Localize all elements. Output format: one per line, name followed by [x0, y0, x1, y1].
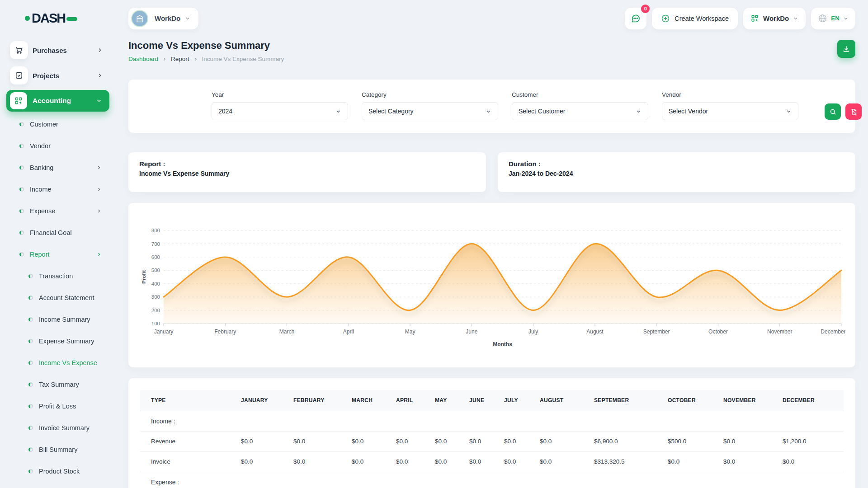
- sidebar-item-income-vs-expense[interactable]: Income Vs Expense: [0, 352, 114, 374]
- chevron-down-icon: [843, 16, 849, 21]
- sidebar-item-purchases[interactable]: Purchases: [0, 38, 114, 63]
- workdo-menu-button[interactable]: WorkDo: [743, 8, 806, 29]
- sidebar-item-expense-summary[interactable]: Expense Summary: [0, 330, 114, 352]
- create-workspace-label: Create Workspace: [675, 15, 729, 22]
- sidebar-item-customer[interactable]: Customer: [0, 113, 114, 135]
- grid-plus-icon: [10, 92, 27, 109]
- main-content: WorkDo 0 Create Workspace WorkDo EN: [114, 0, 868, 488]
- workspace-switcher[interactable]: WorkDo: [128, 8, 198, 29]
- sidebar-item-accounting[interactable]: Accounting: [6, 90, 109, 112]
- customer-select[interactable]: Select Customer: [512, 102, 648, 120]
- sidebar-item-banking[interactable]: Banking: [0, 157, 114, 178]
- chevron-down-icon: [486, 108, 491, 114]
- sidebar-item-tax-summary[interactable]: Tax Summary: [0, 374, 114, 395]
- svg-text:January: January: [154, 328, 174, 335]
- column-header-october: OCTOBER: [657, 390, 712, 411]
- bullet-icon: [19, 165, 24, 170]
- chevron-right-icon: [97, 47, 103, 53]
- income-expense-table-card: TYPEJANUARYFEBRUARYMARCHAPRILMAYJUNEJULY…: [128, 378, 855, 488]
- bullet-icon: [28, 469, 33, 474]
- vendor-select[interactable]: Select Vendor: [662, 102, 798, 120]
- sidebar-item-profit-loss[interactable]: Profit & Loss: [0, 395, 114, 417]
- cell-value: $0.0: [493, 451, 529, 472]
- cell-value: $0.0: [283, 451, 341, 472]
- check-square-icon: [10, 66, 28, 84]
- app-logo[interactable]: DASH: [25, 11, 114, 26]
- logo-dot-icon: [25, 16, 30, 21]
- page-title: Income Vs Expense Summary: [128, 40, 284, 52]
- year-filter: Year2024: [212, 91, 348, 120]
- sidebar-item-account-statement[interactable]: Account Statement: [0, 287, 114, 309]
- category-label: Category: [362, 91, 498, 98]
- svg-text:800: 800: [151, 228, 160, 233]
- category-select[interactable]: Select Category: [362, 102, 498, 120]
- sidebar-item-cash-flow[interactable]: Cash Flow: [0, 482, 114, 488]
- cell-value: $0.0: [712, 431, 772, 451]
- cell-value: $0.0: [529, 451, 583, 472]
- workspace-name: WorkDo: [155, 14, 180, 22]
- svg-text:Months: Months: [493, 341, 512, 347]
- filter-fields: Year2024CategorySelect CategoryCustomerS…: [212, 91, 812, 120]
- bullet-icon: [28, 426, 33, 430]
- cell-value: $0.0: [458, 431, 493, 451]
- profit-area-chart: 100200300400500600700800JanuaryFebruaryM…: [140, 212, 845, 363]
- chevron-right-icon: [162, 57, 167, 61]
- messages-button[interactable]: 0: [625, 8, 646, 29]
- sidebar-item-invoice-summary[interactable]: Invoice Summary: [0, 417, 114, 439]
- year-label: Year: [212, 91, 348, 98]
- cell-value: $0.0: [772, 451, 844, 472]
- report-card-title: Report :: [139, 160, 475, 168]
- svg-text:June: June: [466, 328, 477, 335]
- svg-text:August: August: [586, 328, 604, 335]
- download-button[interactable]: [837, 40, 855, 58]
- language-selector[interactable]: EN: [811, 8, 855, 29]
- column-header-january: JANUARY: [230, 390, 283, 411]
- column-header-april: APRIL: [385, 390, 424, 411]
- svg-text:December: December: [821, 328, 845, 335]
- year-select[interactable]: 2024: [212, 102, 348, 120]
- column-header-type: TYPE: [140, 390, 230, 411]
- reset-filter-button[interactable]: [845, 103, 862, 120]
- cell-value: $0.0: [385, 451, 424, 472]
- report-card-value: Income Vs Expense Summary: [139, 170, 475, 177]
- filter-card: Year2024CategorySelect CategoryCustomerS…: [128, 80, 855, 133]
- svg-text:October: October: [708, 328, 728, 335]
- breadcrumb-dashboard-link[interactable]: Dashboard: [128, 56, 158, 62]
- search-icon: [829, 108, 837, 116]
- column-header-december: DECEMBER: [772, 390, 844, 411]
- sidebar-item-report[interactable]: Report: [0, 244, 114, 265]
- sidebar: DASH PurchasesProjectsAccountingCustomer…: [0, 0, 114, 488]
- building-icon: [135, 14, 144, 23]
- create-workspace-button[interactable]: Create Workspace: [652, 8, 738, 29]
- column-header-november: NOVEMBER: [712, 390, 772, 411]
- sidebar-item-bill-summary[interactable]: Bill Summary: [0, 439, 114, 460]
- cell-value: $313,320.5: [583, 451, 657, 472]
- sidebar-item-transaction[interactable]: Transaction: [0, 265, 114, 287]
- sidebar-item-product-stock[interactable]: Product Stock: [0, 460, 114, 482]
- cell-value: $500.0: [657, 431, 712, 451]
- grid-plus-icon: [750, 14, 759, 23]
- logo-text: DASH: [32, 11, 65, 26]
- table-header-row: TYPEJANUARYFEBRUARYMARCHAPRILMAYJUNEJULY…: [140, 390, 844, 411]
- bullet-icon: [28, 361, 33, 365]
- sidebar-item-financial-goal[interactable]: Financial Goal: [0, 222, 114, 244]
- chat-icon: [631, 14, 641, 23]
- cell-value: $0.0: [424, 451, 458, 472]
- duration-card-value: Jan-2024 to Dec-2024: [509, 170, 844, 177]
- svg-text:November: November: [767, 328, 792, 335]
- svg-text:400: 400: [151, 281, 160, 286]
- apply-filter-button[interactable]: [825, 103, 841, 120]
- sidebar-item-income[interactable]: Income: [0, 178, 114, 200]
- chevron-right-icon: [96, 208, 102, 214]
- breadcrumb-report-link[interactable]: Report: [171, 56, 189, 62]
- duration-summary-card: Duration : Jan-2024 to Dec-2024: [498, 152, 855, 192]
- sidebar-item-projects[interactable]: Projects: [0, 63, 114, 88]
- cell-value: $0.0: [712, 451, 772, 472]
- chevron-right-icon: [96, 252, 102, 257]
- sidebar-item-income-summary[interactable]: Income Summary: [0, 309, 114, 330]
- sidebar-item-vendor[interactable]: Vendor: [0, 135, 114, 157]
- bullet-icon: [28, 296, 33, 300]
- cell-value: $0.0: [424, 431, 458, 451]
- table-row-invoice: Invoice$0.0$0.0$0.0$0.0$0.0$0.0$0.0$0.0$…: [140, 451, 844, 472]
- sidebar-item-expense[interactable]: Expense: [0, 200, 114, 222]
